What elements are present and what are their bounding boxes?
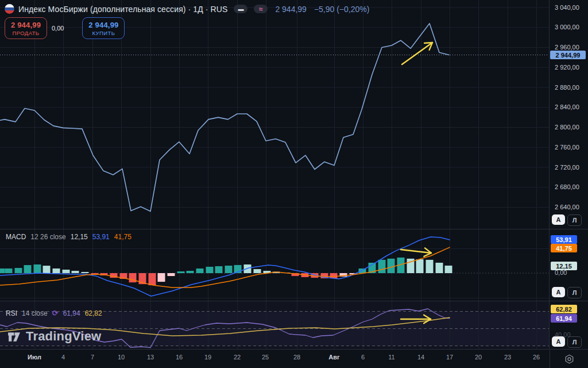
symbol-title[interactable]: Индекс МосБиржи (дополнительная сессия) …	[18, 5, 227, 14]
price-axis-label: 2 800,00	[555, 124, 579, 131]
hide-marks-icon[interactable]: ▬	[234, 5, 247, 13]
time-axis-label: 22	[234, 354, 241, 361]
main-auto-scale-button[interactable]: А	[552, 214, 565, 225]
macd-line-badge: 53,91	[551, 235, 577, 244]
macd-line-value: 53,91	[92, 233, 110, 241]
time-axis-label: 26	[533, 354, 540, 361]
macd-auto-scale-button[interactable]: А	[552, 287, 565, 297]
macd-zero-label: 0,00	[555, 269, 567, 276]
wave-marks-icon[interactable]: ≈	[254, 5, 268, 13]
time-axis-month-label: Авг	[328, 354, 339, 361]
buy-button[interactable]: 2 944,99 КУПИТЬ	[82, 17, 125, 39]
price-change-value: −5,90 (−0,20%)	[314, 5, 370, 14]
time-axis-settings-button[interactable]	[550, 350, 588, 368]
time-axis-label: 23	[504, 354, 511, 361]
macd-signal-value: 41,75	[114, 233, 131, 241]
rsi-value: 61,94	[63, 309, 80, 317]
price-axis-label: 2 680,00	[555, 183, 579, 190]
gear-icon	[564, 354, 575, 365]
time-axis-label: 16	[176, 354, 183, 361]
buy-price: 2 944,99	[88, 21, 118, 29]
time-axis-label: 7	[91, 354, 94, 361]
time-axis-label: 28	[293, 354, 300, 361]
rsi-ma-badge: 62,82	[551, 305, 577, 313]
time-axis-label: 19	[204, 354, 211, 361]
time-axis-label: 10	[118, 354, 125, 361]
sell-price: 2 944,99	[11, 21, 41, 29]
time-axis-label: 14	[417, 354, 424, 361]
rsi-value-badge: 61,94	[551, 314, 577, 323]
macd-hist-value: 12,15	[71, 233, 88, 241]
time-axis-label: 20	[475, 354, 482, 361]
time-axis-label: 4	[61, 354, 65, 361]
tradingview-logo-icon	[7, 329, 21, 344]
rsi-refresh-icon[interactable]: ⟳	[52, 309, 59, 317]
macd-signal-badge: 41,75	[551, 244, 577, 252]
price-axis-label: 2 840,00	[555, 103, 579, 110]
sell-button[interactable]: 2 944,99 ПРОДАТЬ	[5, 17, 47, 39]
price-axis-label: 2 640,00	[555, 204, 579, 210]
sell-label: ПРОДАТЬ	[12, 30, 39, 36]
buy-label: КУПИТЬ	[92, 30, 115, 36]
macd-name: MACD	[6, 233, 26, 241]
price-axis-label: 3 040,00	[555, 4, 579, 11]
time-axis-label: 13	[147, 354, 154, 361]
price-axis-label: 3 000,00	[555, 24, 579, 30]
rsi-params: 14 close	[22, 309, 48, 317]
price-axis-label: 2 760,00	[555, 144, 579, 151]
macd-log-scale-button[interactable]: Л	[567, 287, 582, 298]
tradingview-logo[interactable]: TradingView	[7, 329, 101, 344]
rsi-legend[interactable]: RSI 14 close ⟳ 61,94 62,82	[6, 309, 102, 317]
rsi-auto-scale-button[interactable]: А	[552, 336, 565, 347]
price-axis-label: 2 960,00	[555, 44, 579, 51]
macd-legend[interactable]: MACD 12 26 close 12,15 53,91 41,75	[6, 233, 131, 241]
last-price-value: 2 944,99	[275, 5, 307, 14]
main-log-scale-button[interactable]: Л	[567, 214, 582, 226]
russia-flag-icon	[5, 4, 14, 14]
price-axis-label: 2 920,00	[555, 64, 579, 71]
time-axis-month-label: Июл	[28, 354, 41, 361]
rsi-log-scale-button[interactable]: Л	[567, 336, 582, 348]
time-axis-label: 25	[262, 354, 269, 361]
tradingview-logo-text: TradingView	[26, 329, 101, 344]
spread-value: 0,00	[52, 25, 64, 32]
symbol-header: Индекс МосБиржи (дополнительная сессия) …	[5, 4, 369, 14]
macd-params: 12 26 close	[30, 233, 65, 241]
time-axis-label: 11	[388, 354, 394, 361]
price-axis-label: 2 720,00	[555, 164, 579, 171]
current-price-badge: 2 944,99	[550, 51, 586, 59]
trade-buttons-row: 2 944,99 ПРОДАТЬ 0,00 2 944,99 КУПИТЬ	[5, 17, 125, 39]
rsi-name: RSI	[6, 309, 17, 317]
time-axis-label: 17	[446, 354, 453, 361]
time-axis-label: 6	[361, 354, 365, 361]
price-axis-label: 2 880,00	[555, 84, 579, 91]
rsi-ma-value: 62,82	[85, 309, 102, 317]
tradingview-chart-window: Индекс МосБиржи (дополнительная сессия) …	[0, 0, 588, 368]
